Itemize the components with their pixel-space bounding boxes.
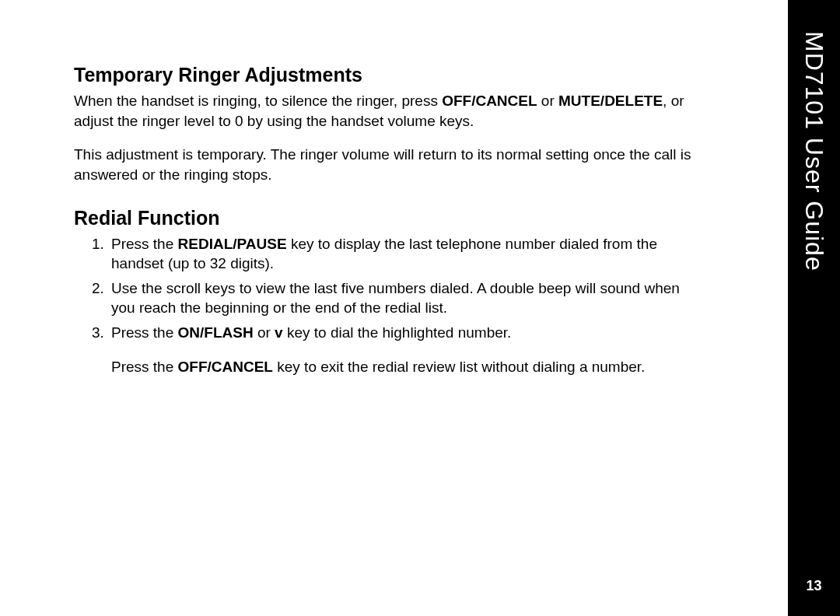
text-fragment: key to exit the redial review list witho… <box>273 359 645 375</box>
list-item: Use the scroll keys to view the last fiv… <box>108 278 695 318</box>
text-fragment: or <box>254 324 275 341</box>
side-tab: MD7101 User Guide 13 <box>788 0 840 616</box>
key-v: v <box>275 324 283 341</box>
text-fragment: key to dial the highlighted number. <box>283 324 512 341</box>
page-number: 13 <box>806 578 821 594</box>
key-off-cancel: OFF/CANCEL <box>442 93 537 109</box>
text-fragment: or <box>537 93 558 109</box>
para-adjustment-temporary: This adjustment is temporary. The ringer… <box>74 145 695 184</box>
document-title: MD7101 User Guide <box>800 31 828 271</box>
text-fragment: Press the <box>111 359 178 375</box>
page-content: Temporary Ringer Adjustments When the ha… <box>0 0 788 376</box>
text-fragment: Press the <box>111 324 178 341</box>
key-off-cancel: OFF/CANCEL <box>178 359 273 375</box>
redial-steps-list: Press the REDIAL/PAUSE key to display th… <box>74 234 695 377</box>
para-exit-redial: Press the OFF/CANCEL key to exit the red… <box>111 357 695 377</box>
para-ringer-instructions: When the handset is ringing, to silence … <box>74 91 695 131</box>
list-item: Press the REDIAL/PAUSE key to display th… <box>108 234 695 274</box>
text-fragment: Press the <box>111 236 178 252</box>
heading-redial-function: Redial Function <box>74 207 695 229</box>
key-redial-pause: REDIAL/PAUSE <box>178 236 287 252</box>
text-fragment: When the handset is ringing, to silence … <box>74 93 442 109</box>
key-on-flash: ON/FLASH <box>178 324 254 341</box>
list-item: Press the ON/FLASH or v key to dial the … <box>108 323 695 376</box>
key-mute-delete: MUTE/DELETE <box>558 93 663 109</box>
heading-temporary-ringer: Temporary Ringer Adjustments <box>74 64 695 86</box>
